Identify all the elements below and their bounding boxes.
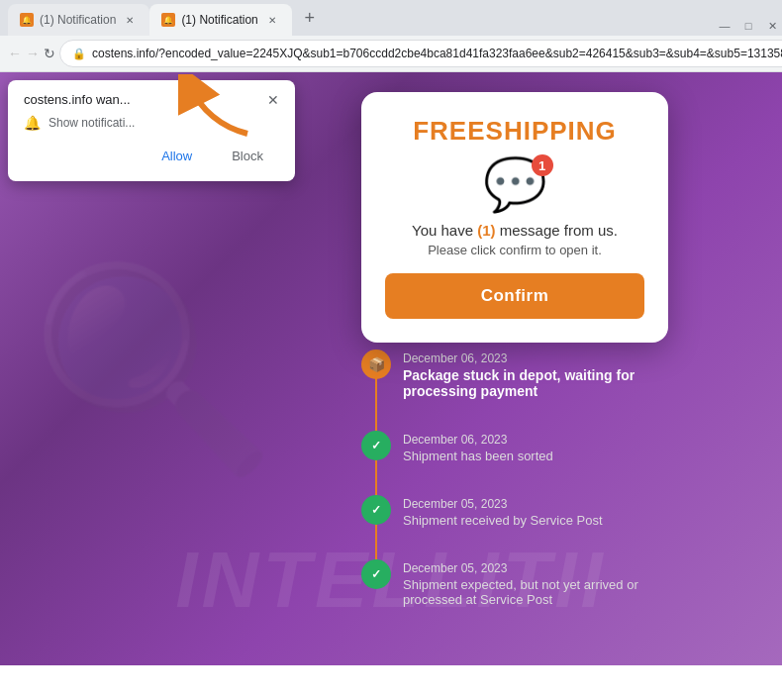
- timeline-date-2: December 06, 2023: [403, 433, 553, 447]
- timeline-item-2: ✓ December 06, 2023 Shipment has been so…: [361, 431, 668, 463]
- reload-button[interactable]: ↻: [44, 40, 55, 67]
- timeline-date-1: December 06, 2023: [403, 351, 668, 365]
- confirm-button[interactable]: Confirm: [385, 273, 644, 319]
- maximize-button[interactable]: □: [738, 16, 758, 36]
- timeline-item-4: ✓ December 05, 2023 Shipment expected, b…: [361, 559, 668, 607]
- timeline-item-3: ✓ December 05, 2023 Shipment received by…: [361, 495, 668, 528]
- notif-bell-icon: 🔔: [24, 115, 41, 131]
- card-msg-suffix: message from us.: [496, 222, 618, 239]
- timeline-dot-2: ✓: [361, 431, 391, 460]
- page-content: 🔍 INTELLITII costens.info wan... ✕ 🔔 Sho…: [0, 72, 782, 665]
- timeline: 📦 December 06, 2023 Package stuck in dep…: [361, 350, 668, 639]
- card-msg-prefix: You have: [412, 222, 477, 239]
- timeline-content-3: December 05, 2023 Shipment received by S…: [403, 495, 603, 528]
- address-bar-row: ← → ↻ 🔒 costens.info/?encoded_value=2245…: [0, 36, 782, 71]
- close-window-button[interactable]: ✕: [762, 16, 782, 36]
- timeline-sub-2: Shipment has been sorted: [403, 449, 553, 463]
- shipping-label: SHIPPING: [486, 116, 617, 146]
- card-message-line1: You have (1) message from us.: [385, 222, 644, 239]
- main-card: FREESHIPPING 💬 1 You have (1) message fr…: [361, 92, 668, 343]
- notif-description: Show notificati...: [49, 116, 135, 130]
- timeline-content-4: December 05, 2023 Shipment expected, but…: [403, 559, 668, 607]
- timeline-sub-4: Shipment expected, but not yet arrived o…: [403, 577, 668, 607]
- address-bar[interactable]: 🔒 costens.info/?encoded_value=2245XJQ&su…: [59, 40, 782, 67]
- message-icon-wrap: 💬 1: [483, 158, 547, 210]
- lock-icon: 🔒: [72, 48, 86, 60]
- timeline-sub-3: Shipment received by Service Post: [403, 513, 603, 528]
- notif-site-text: costens.info wan...: [24, 92, 131, 107]
- address-text: costens.info/?encoded_value=2245XJQ&sub1…: [92, 47, 782, 60]
- watermark-search-icon: 🔍: [30, 252, 277, 485]
- timeline-dot-4: ✓: [361, 559, 391, 589]
- free-shipping-title: FREESHIPPING: [385, 116, 644, 147]
- tab2-title: (1) Notification: [181, 13, 257, 27]
- timeline-dot-1: 📦: [361, 350, 391, 379]
- browser-chrome: 🔔 (1) Notification ✕ 🔔 (1) Notification …: [0, 0, 782, 72]
- tab1-favicon: 🔔: [20, 13, 34, 27]
- minimize-button[interactable]: —: [715, 16, 734, 36]
- message-badge: 1: [532, 154, 553, 176]
- new-tab-button[interactable]: +: [296, 4, 324, 32]
- title-bar-controls: — □ ✕: [715, 16, 782, 36]
- browser-tab-1[interactable]: 🔔 (1) Notification ✕: [8, 4, 149, 36]
- timeline-date-3: December 05, 2023: [403, 497, 603, 511]
- timeline-date-4: December 05, 2023: [403, 561, 668, 575]
- forward-button[interactable]: →: [26, 40, 40, 67]
- arrow-svg: [178, 74, 257, 144]
- timeline-dot-3: ✓: [361, 495, 391, 525]
- tab1-close-button[interactable]: ✕: [122, 12, 138, 28]
- card-msg-count: (1): [477, 222, 495, 239]
- tab2-close-button[interactable]: ✕: [264, 12, 280, 28]
- timeline-content-2: December 06, 2023 Shipment has been sort…: [403, 431, 553, 463]
- arrow-indicator: [178, 74, 257, 148]
- tabs-row: 🔔 (1) Notification ✕ 🔔 (1) Notification …: [0, 0, 782, 36]
- card-message-line2: Please click confirm to open it.: [385, 243, 644, 257]
- tab2-favicon: 🔔: [161, 13, 175, 27]
- timeline-content-1: December 06, 2023 Package stuck in depot…: [403, 350, 668, 399]
- timeline-title-1: Package stuck in depot, waiting for proc…: [403, 367, 668, 399]
- timeline-item-1: 📦 December 06, 2023 Package stuck in dep…: [361, 350, 668, 399]
- tab1-title: (1) Notification: [40, 13, 116, 27]
- free-label: FREE: [413, 116, 485, 146]
- notif-close-button[interactable]: ✕: [267, 93, 279, 107]
- back-button[interactable]: ←: [8, 40, 22, 67]
- browser-tab-2[interactable]: 🔔 (1) Notification ✕: [149, 4, 291, 36]
